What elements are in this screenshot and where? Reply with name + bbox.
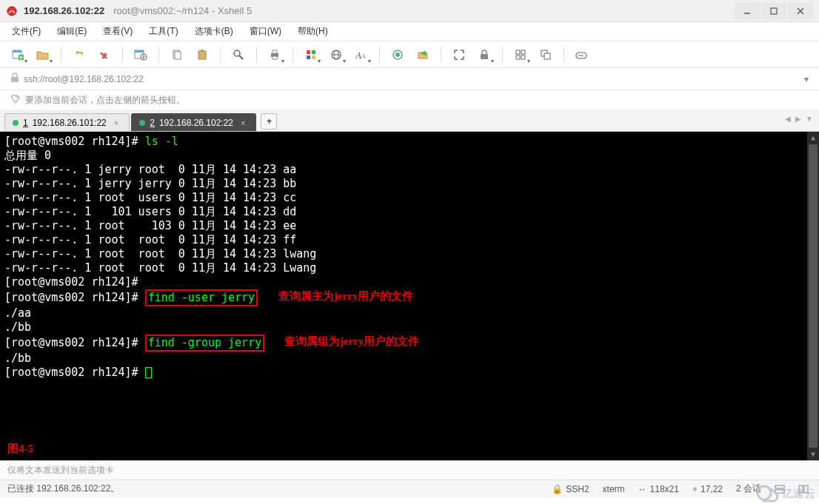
terminal-output: -rw-r--r--. 1 root root 0 11月 14 14:23 l…: [4, 247, 815, 261]
svg-rect-47: [804, 485, 808, 493]
annotation: 查询属主为jerry用户的文件: [278, 289, 413, 303]
terminal-output: -rw-r--r--. 1 jerry jerry 0 11月 14 14:23…: [4, 177, 815, 191]
terminal[interactable]: [root@vms002 rh124]# ls -l 总用量 0 -rw-r--…: [0, 132, 819, 460]
window-title-sub: root@vms002:~/rh124 - Xshell 5: [113, 5, 252, 16]
tab-list-icon[interactable]: ▼: [806, 115, 813, 123]
svg-rect-35: [521, 50, 525, 54]
menu-help[interactable]: 帮助(H): [295, 23, 331, 40]
cursor-icon: [145, 367, 152, 378]
toolbar-separator: [61, 47, 61, 63]
terminal-prompt: [root@vms002 rh124]#: [4, 366, 145, 379]
toolbar-separator: [564, 47, 564, 63]
svg-rect-36: [516, 56, 520, 59]
tab-number: 1: [23, 118, 28, 128]
encoding-button[interactable]: [326, 44, 347, 65]
lock-small-icon: 🔒: [552, 484, 563, 494]
window-title-main: 192.168.26.102:22: [24, 5, 104, 16]
svg-rect-25: [307, 56, 310, 59]
svg-rect-33: [481, 54, 488, 59]
terminal-output: -rw-r--r--. 1 101 users 0 11月 14 14:23 d…: [4, 205, 815, 219]
terminal-output: ./bb: [4, 320, 815, 335]
close-button[interactable]: [788, 3, 813, 19]
add-session-icon[interactable]: [10, 94, 21, 107]
svg-rect-2: [771, 8, 777, 14]
disconnect-button[interactable]: [94, 44, 115, 65]
tab-close-icon[interactable]: ×: [114, 118, 118, 127]
menu-view[interactable]: 查看(V): [100, 23, 136, 40]
maximize-button[interactable]: [761, 3, 786, 19]
session-tab-1[interactable]: 1 192.168.26.101:22 ×: [4, 113, 130, 131]
tab-label: 192.168.26.102:22: [159, 118, 233, 128]
svg-text:A: A: [355, 50, 361, 61]
menubar: 文件(F) 编辑(E) 查看(V) 工具(T) 选项卡(B) 窗口(W) 帮助(…: [0, 22, 819, 41]
svg-rect-46: [799, 485, 803, 493]
compose-button[interactable]: [572, 44, 592, 65]
status-tile-h-icon[interactable]: [775, 485, 785, 494]
cursor-pos-icon: ⌖: [692, 484, 698, 494]
font-button[interactable]: AA: [351, 44, 372, 65]
status-bar: 已连接 192.168.26.102:22。 🔒SSH2 xterm ↔118x…: [0, 480, 819, 497]
add-tab-button[interactable]: +: [261, 113, 277, 130]
compose-bar[interactable]: 仅将文本发送到当前选项卡: [0, 460, 819, 480]
toolbar-separator: [292, 47, 293, 63]
status-dot-icon: [13, 120, 19, 126]
cascade-button[interactable]: [535, 44, 556, 65]
terminal-scrollbar[interactable]: ▲ ▼: [807, 132, 819, 460]
minimize-button[interactable]: [735, 3, 760, 19]
terminal-output: -rw-r--r--. 1 root root 0 11月 14 14:23 L…: [4, 261, 815, 275]
svg-line-19: [239, 56, 243, 59]
lock-button[interactable]: [474, 44, 495, 65]
terminal-prompt: [root@vms002 rh124]#: [4, 275, 145, 289]
print-button[interactable]: [264, 44, 285, 65]
terminal-output: 总用量 0: [4, 149, 815, 163]
address-dropdown[interactable]: ▾: [804, 74, 809, 84]
lock-icon: [10, 73, 19, 85]
tab-close-icon[interactable]: ×: [241, 118, 245, 127]
toolbar-separator: [122, 47, 123, 63]
menu-file[interactable]: 文件(F): [9, 23, 44, 40]
tab-prev-icon[interactable]: ◀: [785, 115, 791, 123]
svg-rect-34: [516, 50, 520, 54]
svg-rect-15: [175, 52, 181, 59]
copy-button[interactable]: [167, 44, 187, 65]
fullscreen-button[interactable]: [449, 44, 469, 65]
menu-tools[interactable]: 工具(T): [146, 23, 181, 40]
status-tile-v-icon[interactable]: [798, 485, 809, 494]
properties-button[interactable]: [130, 44, 151, 65]
paste-button[interactable]: [192, 44, 213, 65]
svg-text:A: A: [361, 53, 366, 60]
new-session-button[interactable]: [7, 44, 28, 65]
terminal-prompt: [root@vms002 rh124]#: [4, 291, 145, 304]
xagent-button[interactable]: [387, 44, 408, 65]
status-dot-icon: [139, 120, 145, 126]
window-controls: [735, 3, 813, 19]
svg-rect-24: [312, 50, 315, 54]
figure-label: 图4-5: [7, 442, 33, 456]
terminal-prompt: [root@vms002 rh124]#: [4, 135, 145, 148]
scroll-thumb[interactable]: [809, 144, 818, 448]
status-sessions: 2 会话: [736, 483, 761, 495]
address-url[interactable]: ssh://root@192.168.26.102:22: [24, 74, 144, 84]
scroll-up-icon[interactable]: ▲: [807, 132, 819, 144]
menu-edit[interactable]: 编辑(E): [54, 23, 90, 40]
find-button[interactable]: [228, 44, 249, 65]
tile-button[interactable]: [510, 44, 531, 65]
svg-rect-23: [307, 50, 310, 54]
menu-window[interactable]: 窗口(W): [247, 23, 284, 40]
app-icon: [6, 5, 18, 17]
terminal-command: find -user jerry: [145, 289, 258, 306]
status-connection: 已连接 192.168.26.102:22。: [7, 483, 119, 495]
svg-rect-17: [201, 50, 204, 52]
reconnect-button[interactable]: [69, 44, 90, 65]
toolbar-separator: [441, 47, 441, 63]
session-tab-2[interactable]: 2 192.168.26.102:22 ×: [131, 113, 256, 131]
color-scheme-button[interactable]: [301, 44, 321, 65]
open-button[interactable]: [33, 44, 53, 65]
toolbar-separator: [502, 47, 503, 63]
tab-next-icon[interactable]: ▶: [795, 115, 801, 123]
toolbar-separator: [220, 47, 221, 63]
scroll-down-icon[interactable]: ▼: [807, 448, 819, 460]
menu-tab[interactable]: 选项卡(B): [192, 23, 236, 40]
session-tabbar: 1 192.168.26.101:22 × 2 192.168.26.102:2…: [0, 111, 819, 132]
xftp-button[interactable]: [412, 44, 433, 65]
